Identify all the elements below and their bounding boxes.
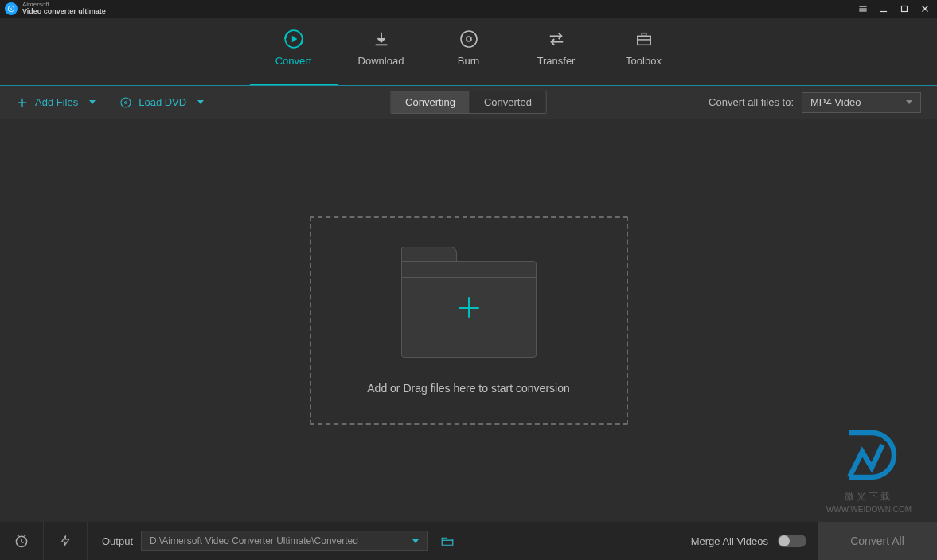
toolbar: Add Files Load DVD Converting Converted … bbox=[0, 86, 937, 119]
status-segmented: Converting Converted bbox=[390, 91, 547, 114]
svg-rect-18 bbox=[642, 33, 646, 37]
output-format-select[interactable]: MP4 Video bbox=[802, 92, 921, 113]
add-files-label: Add Files bbox=[35, 96, 78, 108]
merge-label: Merge All Videos bbox=[691, 535, 768, 547]
svg-point-13 bbox=[467, 37, 471, 41]
bottombar: Output D:\Aimersoft Video Converter Ulti… bbox=[0, 522, 937, 560]
output-label: Output bbox=[88, 535, 141, 547]
svg-point-21 bbox=[121, 98, 131, 107]
svg-marker-9 bbox=[291, 36, 297, 43]
tab-convert[interactable]: Convert bbox=[250, 18, 338, 85]
svg-line-29 bbox=[24, 535, 25, 537]
svg-rect-5 bbox=[902, 6, 908, 12]
svg-line-28 bbox=[18, 535, 19, 537]
main-area: Add or Drag files here to start conversi… bbox=[0, 119, 937, 522]
dropzone[interactable]: Add or Drag files here to start conversi… bbox=[310, 216, 628, 425]
svg-line-27 bbox=[21, 542, 24, 543]
seg-converted[interactable]: Converted bbox=[470, 91, 546, 113]
watermark-line1: 微光下载 bbox=[826, 490, 912, 504]
brand-line2: Video converter ultimate bbox=[22, 8, 106, 16]
folder-icon bbox=[401, 247, 537, 358]
dropzone-text: Add or Drag files here to start conversi… bbox=[367, 382, 569, 395]
toolbox-icon bbox=[634, 29, 654, 49]
maximize-icon[interactable] bbox=[897, 2, 912, 16]
convert-icon bbox=[283, 29, 304, 49]
app-logo-icon bbox=[5, 2, 18, 15]
merge-toggle[interactable] bbox=[778, 535, 806, 547]
load-dvd-button[interactable]: Load DVD bbox=[119, 96, 204, 109]
chevron-down-icon bbox=[89, 100, 96, 104]
convert-all-button[interactable]: Convert All bbox=[818, 522, 937, 560]
tab-burn[interactable]: Burn bbox=[425, 18, 513, 85]
svg-point-22 bbox=[125, 101, 127, 103]
tab-transfer[interactable]: Transfer bbox=[513, 18, 600, 85]
toggle-knob bbox=[779, 535, 790, 546]
plus-icon bbox=[455, 294, 482, 325]
tab-toolbox-label: Toolbox bbox=[626, 55, 662, 67]
menu-icon[interactable] bbox=[856, 2, 870, 16]
open-output-folder-button[interactable] bbox=[439, 534, 456, 548]
burn-icon bbox=[459, 29, 478, 49]
seg-converting[interactable]: Converting bbox=[391, 91, 470, 113]
download-icon bbox=[373, 29, 390, 49]
main-tabs: Convert Download Burn Transfer Toolbox bbox=[0, 18, 937, 86]
tab-convert-label: Convert bbox=[275, 55, 312, 67]
chevron-down-icon bbox=[412, 539, 419, 543]
chevron-down-icon bbox=[906, 100, 912, 104]
transfer-icon bbox=[546, 29, 567, 49]
tab-transfer-label: Transfer bbox=[537, 55, 576, 67]
watermark: 微光下载 WWW.WEIDOWN.COM bbox=[826, 423, 912, 514]
tab-burn-label: Burn bbox=[458, 55, 479, 67]
chevron-down-icon bbox=[197, 100, 204, 104]
output-format-value: MP4 Video bbox=[810, 96, 861, 108]
load-dvd-label: Load DVD bbox=[139, 96, 186, 108]
tab-download[interactable]: Download bbox=[338, 18, 425, 85]
tab-download-label: Download bbox=[358, 55, 404, 67]
convert-all-to-label: Convert all files to: bbox=[709, 96, 794, 108]
brand: Aimersoft Video converter ultimate bbox=[5, 2, 106, 17]
schedule-button[interactable] bbox=[0, 522, 44, 560]
gpu-accel-button[interactable] bbox=[44, 522, 88, 560]
tab-toolbox[interactable]: Toolbox bbox=[600, 18, 688, 85]
titlebar: Aimersoft Video converter ultimate bbox=[0, 0, 937, 18]
output-path-value: D:\Aimersoft Video Converter Ultimate\Co… bbox=[150, 535, 358, 546]
svg-rect-16 bbox=[637, 36, 650, 45]
minimize-icon[interactable] bbox=[876, 2, 891, 16]
add-files-button[interactable]: Add Files bbox=[16, 96, 96, 109]
output-path-select[interactable]: D:\Aimersoft Video Converter Ultimate\Co… bbox=[141, 531, 428, 551]
watermark-line2: WWW.WEIDOWN.COM bbox=[826, 505, 912, 514]
svg-point-12 bbox=[461, 31, 477, 47]
close-icon[interactable] bbox=[918, 2, 932, 16]
